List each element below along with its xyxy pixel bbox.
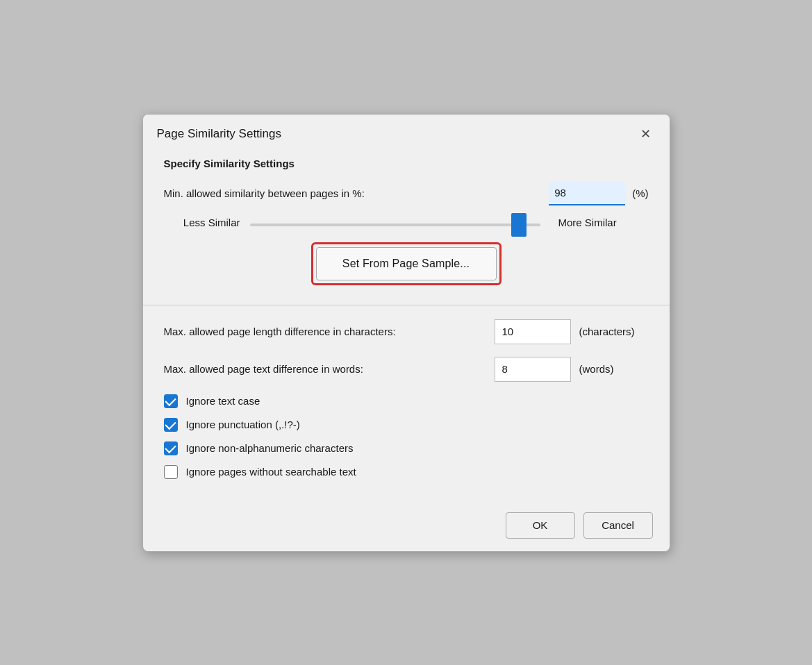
more-similar-label: More Similar xyxy=(558,217,642,228)
dialog-body: Specify Similarity Settings Min. allowed… xyxy=(143,151,670,503)
ok-button[interactable]: OK xyxy=(506,512,575,539)
checkbox-row-3: Ignore pages without searchable text xyxy=(164,465,649,479)
percent-unit: (%) xyxy=(632,187,648,199)
dialog-titlebar: Page Similarity Settings ✕ xyxy=(143,115,670,151)
ignore-no-searchable-label[interactable]: Ignore pages without searchable text xyxy=(186,466,356,478)
ignore-punctuation-checkbox[interactable] xyxy=(164,418,178,432)
checkbox-row-2: Ignore non-alphanumeric characters xyxy=(164,441,649,455)
section-title: Specify Similarity Settings xyxy=(164,158,649,169)
min-similarity-row: Min. allowed similarity between pages in… xyxy=(164,182,649,205)
ignore-text-case-checkbox[interactable] xyxy=(164,394,178,408)
dialog-title: Page Similarity Settings xyxy=(157,127,282,141)
divider xyxy=(143,305,670,305)
max-text-row: Max. allowed page text difference in wor… xyxy=(164,357,649,382)
ignore-punctuation-label[interactable]: Ignore punctuation (,.!?-) xyxy=(186,419,300,430)
max-text-input[interactable] xyxy=(495,357,571,382)
checkbox-row-0: Ignore text case xyxy=(164,394,649,408)
ignore-text-case-label[interactable]: Ignore text case xyxy=(186,395,260,407)
max-length-unit: (characters) xyxy=(579,326,649,337)
less-similar-label: Less Similar xyxy=(171,217,240,228)
min-similarity-input[interactable] xyxy=(549,182,625,205)
ignore-no-searchable-checkbox[interactable] xyxy=(164,465,178,479)
set-sample-highlight: Set From Page Sample... xyxy=(311,242,502,285)
similarity-slider-container xyxy=(250,217,540,228)
checkbox-row-1: Ignore punctuation (,.!?-) xyxy=(164,418,649,432)
dialog-footer: OK Cancel xyxy=(143,503,670,551)
similarity-slider[interactable] xyxy=(250,224,540,226)
max-length-input[interactable] xyxy=(495,319,571,344)
min-similarity-label: Min. allowed similarity between pages in… xyxy=(164,187,365,199)
ignore-nonalphanumeric-checkbox[interactable] xyxy=(164,441,178,455)
slider-row: Less Similar More Similar xyxy=(164,217,649,228)
max-length-row: Max. allowed page length difference in c… xyxy=(164,319,649,344)
close-button[interactable]: ✕ xyxy=(636,124,656,144)
max-text-label: Max. allowed page text difference in wor… xyxy=(164,363,363,375)
max-length-label: Max. allowed page length difference in c… xyxy=(164,326,396,337)
set-sample-button[interactable]: Set From Page Sample... xyxy=(316,247,497,280)
set-sample-btn-wrapper: Set From Page Sample... xyxy=(164,242,649,285)
ignore-nonalphanumeric-label[interactable]: Ignore non-alphanumeric characters xyxy=(186,442,354,454)
cancel-button[interactable]: Cancel xyxy=(583,512,653,539)
max-text-unit: (words) xyxy=(579,363,649,375)
page-similarity-dialog: Page Similarity Settings ✕ Specify Simil… xyxy=(142,114,670,552)
